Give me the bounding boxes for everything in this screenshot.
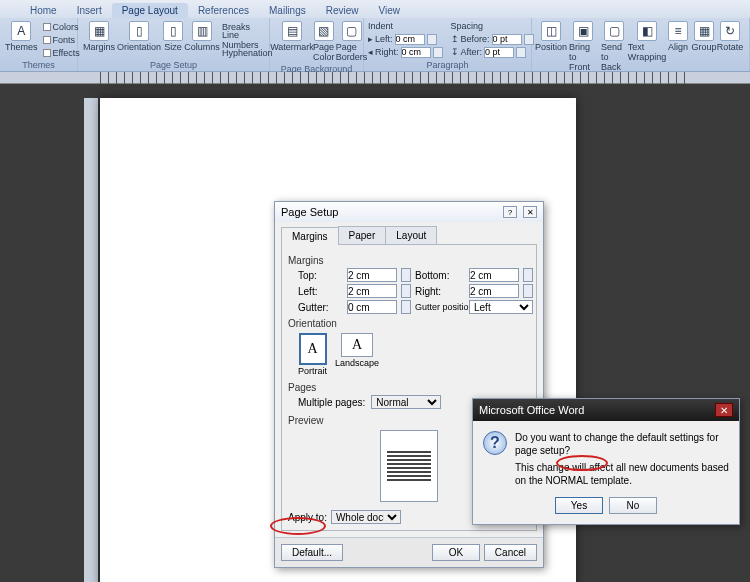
gutter-spin[interactable]	[401, 300, 411, 314]
colors-button[interactable]: Colors	[41, 20, 82, 33]
effects-button[interactable]: Effects	[41, 46, 82, 59]
page-setup-tabs: Margins Paper Layout	[281, 226, 537, 245]
bring-front-button[interactable]: ▣Bring to Front	[568, 20, 598, 73]
spacing-before-icon: ↥	[451, 34, 459, 44]
ribbon-group-page-background: ▤Watermark ▧Page Color ▢Page Borders Pag…	[270, 18, 364, 71]
gutter-pos-select[interactable]: Left	[469, 300, 533, 314]
tab-mailings[interactable]: Mailings	[259, 3, 316, 18]
tab-paper[interactable]: Paper	[338, 226, 387, 244]
group-icon: ▦	[694, 21, 714, 41]
spacing-after-spin[interactable]	[516, 47, 526, 58]
confirm-close-icon[interactable]: ✕	[715, 403, 733, 417]
top-input[interactable]	[347, 268, 397, 282]
tab-layout[interactable]: Layout	[385, 226, 437, 244]
indent-right-spin[interactable]	[433, 47, 443, 58]
size-icon: ▯	[163, 21, 183, 41]
apply-to-label: Apply to:	[288, 512, 327, 523]
indent-left-spin[interactable]	[427, 34, 437, 45]
vertical-ruler	[84, 98, 98, 582]
right-label: Right:	[415, 286, 465, 297]
bottom-label: Bottom:	[415, 270, 465, 281]
columns-button[interactable]: ▥Columns	[186, 20, 218, 53]
apply-to-select[interactable]: Whole document	[331, 510, 401, 524]
page-color-button[interactable]: ▧Page Color	[312, 20, 336, 63]
spacing-before-input[interactable]	[492, 34, 522, 45]
fonts-button[interactable]: Fonts	[41, 33, 82, 46]
default-button[interactable]: Default...	[281, 544, 343, 561]
themes-icon: A	[11, 21, 31, 41]
spacing-block: Spacing ↥Before: ↧After:	[451, 20, 534, 58]
colors-icon	[43, 23, 51, 31]
margins-section-label: Margins	[288, 255, 530, 266]
tab-references[interactable]: References	[188, 3, 259, 18]
margins-button[interactable]: ▦Margins	[82, 20, 116, 53]
tab-page-layout[interactable]: Page Layout	[112, 3, 188, 18]
multiple-pages-select[interactable]: Normal	[371, 395, 441, 409]
paragraph-group-label: Paragraph	[368, 59, 527, 71]
portrait-option[interactable]: A Portrait	[298, 333, 327, 376]
align-icon: ≡	[668, 21, 688, 41]
horizontal-ruler	[0, 72, 750, 84]
tab-margins[interactable]: Margins	[281, 227, 339, 245]
orientation-section-label: Orientation	[288, 318, 530, 329]
tab-home[interactable]: Home	[20, 3, 67, 18]
spacing-header: Spacing	[451, 20, 534, 32]
align-button[interactable]: ≡Align	[666, 20, 690, 53]
yes-button[interactable]: Yes	[555, 497, 603, 514]
tab-review[interactable]: Review	[316, 3, 369, 18]
bottom-spin[interactable]	[523, 268, 533, 282]
ribbon-group-arrange: ◫Position ▣Bring to Front ▢Send to Back …	[532, 18, 750, 71]
ribbon-group-paragraph: Indent ▸Left: ◂Right: Spacing ↥Before: ↧…	[364, 18, 532, 71]
effects-icon	[43, 49, 51, 57]
columns-icon: ▥	[192, 21, 212, 41]
text-wrap-button[interactable]: ◧Text Wrapping	[630, 20, 664, 63]
page-borders-button[interactable]: ▢Page Borders	[338, 20, 366, 63]
bottom-input[interactable]	[469, 268, 519, 282]
left-input[interactable]	[347, 284, 397, 298]
indent-header: Indent	[368, 20, 443, 32]
size-button[interactable]: ▯Size	[162, 20, 184, 53]
margins-grid: Top: Bottom: Left: Right: Gutter: Gutter…	[288, 268, 530, 314]
landscape-option[interactable]: A Landscape	[335, 333, 379, 376]
indent-right-input[interactable]	[401, 47, 431, 58]
right-input[interactable]	[469, 284, 519, 298]
no-button[interactable]: No	[609, 497, 657, 514]
themes-button[interactable]: A Themes	[4, 20, 39, 53]
top-label: Top:	[298, 270, 343, 281]
top-spin[interactable]	[401, 268, 411, 282]
cancel-button[interactable]: Cancel	[484, 544, 537, 561]
confirm-titlebar[interactable]: Microsoft Office Word ✕	[473, 399, 739, 421]
left-spin[interactable]	[401, 284, 411, 298]
ok-button[interactable]: OK	[432, 544, 480, 561]
close-icon[interactable]: ✕	[523, 206, 537, 218]
page-setup-title: Page Setup	[281, 206, 339, 218]
themes-group-label: Themes	[4, 59, 73, 71]
tab-insert[interactable]: Insert	[67, 3, 112, 18]
spacing-after-input[interactable]	[484, 47, 514, 58]
line-numbers-button[interactable]: Line Numbers	[220, 33, 275, 46]
watermark-button[interactable]: ▤Watermark	[274, 20, 310, 53]
indent-left-input[interactable]	[395, 34, 425, 45]
hyphenation-button[interactable]: Hyphenation	[220, 46, 275, 59]
help-icon[interactable]: ?	[503, 206, 517, 218]
page-borders-icon: ▢	[342, 21, 362, 41]
confirm-title: Microsoft Office Word	[479, 404, 584, 416]
position-button[interactable]: ◫Position	[536, 20, 566, 53]
left-label: Left:	[298, 286, 343, 297]
pages-section-label: Pages	[288, 382, 530, 393]
page-setup-extras: Breaks Line Numbers Hyphenation	[220, 20, 275, 59]
orientation-button[interactable]: ▯Orientation	[118, 20, 160, 53]
gutter-input[interactable]	[347, 300, 397, 314]
right-spin[interactable]	[523, 284, 533, 298]
page-setup-titlebar[interactable]: Page Setup ? ✕	[275, 202, 543, 222]
rotate-button[interactable]: ↻Rotate	[718, 20, 742, 53]
watermark-icon: ▤	[282, 21, 302, 41]
position-icon: ◫	[541, 21, 561, 41]
tab-view[interactable]: View	[369, 3, 411, 18]
send-back-button[interactable]: ▢Send to Back	[600, 20, 628, 73]
group-button[interactable]: ▦Group	[692, 20, 716, 53]
multiple-pages-label: Multiple pages:	[298, 397, 365, 408]
themes-options: Colors Fonts Effects	[41, 20, 82, 59]
landscape-icon: A	[341, 333, 373, 357]
gutter-label: Gutter:	[298, 302, 343, 313]
